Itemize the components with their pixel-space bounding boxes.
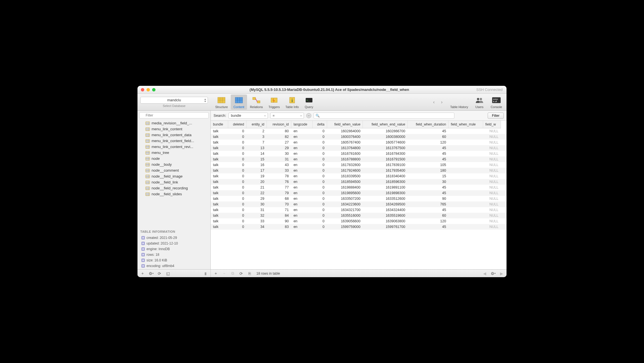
- table-cell[interactable]: 13: [247, 145, 267, 151]
- table-cell[interactable]: 7: [247, 140, 267, 145]
- table-cell[interactable]: en: [291, 196, 313, 201]
- nav-forward-button[interactable]: ›: [439, 99, 445, 105]
- table-cell[interactable]: en: [291, 224, 313, 230]
- filter-button[interactable]: Filter: [488, 113, 504, 119]
- column-header[interactable]: field_when_value: [327, 121, 363, 128]
- row-refresh-button[interactable]: ⟳: [237, 270, 245, 277]
- search-value-input[interactable]: [314, 113, 454, 119]
- table-cell[interactable]: 15: [408, 173, 448, 179]
- sidebar-table-item[interactable]: menu_tree: [137, 150, 210, 156]
- toolbar-users[interactable]: Users: [472, 95, 487, 110]
- table-cell[interactable]: talk: [211, 207, 228, 213]
- table-cell[interactable]: 1616791500: [363, 156, 408, 162]
- table-cell[interactable]: [448, 201, 483, 207]
- table-cell[interactable]: 0: [228, 134, 247, 140]
- table-cell[interactable]: 1600376400: [327, 134, 363, 140]
- table-cell[interactable]: 90: [267, 218, 291, 224]
- table-cell[interactable]: talk: [211, 179, 228, 185]
- table-cell[interactable]: 0: [313, 162, 327, 168]
- table-cell[interactable]: talk: [211, 168, 228, 173]
- page-gear-button[interactable]: ⚙▾: [489, 270, 497, 277]
- minimize-button[interactable]: [146, 88, 150, 91]
- table-cell[interactable]: 30: [408, 179, 448, 185]
- table-cell[interactable]: 2: [247, 128, 267, 134]
- table-cell[interactable]: [501, 128, 507, 134]
- table-cell[interactable]: talk: [211, 140, 228, 145]
- table-cell[interactable]: 32: [247, 213, 267, 218]
- table-cell[interactable]: 1634324400: [363, 207, 408, 213]
- table-cell[interactable]: 68: [267, 196, 291, 201]
- table-cell[interactable]: 77: [267, 185, 291, 190]
- table-cell[interactable]: 84: [267, 213, 291, 218]
- table-cell[interactable]: talk: [211, 151, 228, 156]
- table-cell[interactable]: 0: [228, 162, 247, 168]
- table-cell[interactable]: 45: [408, 156, 448, 162]
- sidebar-table-item[interactable]: menu_link_content_data: [137, 132, 210, 138]
- table-cell[interactable]: 1618596300: [363, 179, 408, 185]
- table-cell[interactable]: 0: [228, 151, 247, 156]
- toolbar-table-history[interactable]: Table History: [447, 95, 471, 110]
- sidebar-table-item[interactable]: menu_link_content: [137, 126, 210, 132]
- table-cell-null[interactable]: NULL: [483, 179, 501, 185]
- row-duplicate-button[interactable]: ⧉: [229, 270, 237, 277]
- table-cell-null[interactable]: NULL: [483, 128, 501, 134]
- table-cell[interactable]: 1635519600: [363, 213, 408, 218]
- table-cell[interactable]: 1599761700: [363, 224, 408, 230]
- table-cell[interactable]: talk: [211, 162, 228, 168]
- table-row[interactable]: talk02076en01618594500161859630030NULL: [211, 179, 507, 185]
- table-cell[interactable]: 1634223600: [327, 201, 363, 207]
- column-header[interactable]: bundle: [211, 121, 228, 128]
- table-cell[interactable]: [448, 185, 483, 190]
- table-cell[interactable]: [448, 168, 483, 173]
- table-cell[interactable]: 30: [247, 201, 267, 207]
- sidebar-table-item[interactable]: menu_link_content_field...: [137, 138, 210, 144]
- sidebar-table-item[interactable]: node: [137, 156, 210, 162]
- sidebar-table-item[interactable]: node__field_link: [137, 179, 210, 185]
- table-row[interactable]: talk02279en01619895600161989830045NULL: [211, 190, 507, 196]
- page-prev-button[interactable]: ◀: [481, 270, 488, 277]
- sidebar-table-item[interactable]: node__field_slides: [137, 191, 210, 197]
- table-cell[interactable]: talk: [211, 190, 228, 196]
- table-cell[interactable]: 0: [228, 190, 247, 196]
- table-cell[interactable]: 0: [313, 207, 327, 213]
- table-cell-null[interactable]: NULL: [483, 134, 501, 140]
- table-cell[interactable]: talk: [211, 224, 228, 230]
- table-cell[interactable]: 45: [408, 151, 448, 156]
- table-row[interactable]: talk03483en01599759000159976170045NULL: [211, 224, 507, 230]
- table-cell[interactable]: en: [291, 168, 313, 173]
- sidebar-table-item[interactable]: node__body: [137, 162, 210, 167]
- table-cell[interactable]: 33: [267, 168, 291, 173]
- tab-table-info[interactable]: Table Info: [283, 95, 302, 110]
- table-cell[interactable]: 0: [228, 185, 247, 190]
- table-cell[interactable]: 0: [313, 145, 327, 151]
- table-cell[interactable]: en: [291, 151, 313, 156]
- table-cell[interactable]: [501, 179, 507, 185]
- table-row[interactable]: talk03284en01635516000163551960060NULL: [211, 213, 507, 218]
- table-cell[interactable]: [501, 156, 507, 162]
- table-cell[interactable]: 20: [247, 179, 267, 185]
- table-cell[interactable]: talk: [211, 145, 228, 151]
- table-cell[interactable]: 105: [408, 162, 448, 168]
- table-cell[interactable]: 1619895600: [327, 190, 363, 196]
- table-scroll[interactable]: bundledeletedentity_idrevision_idlangcod…: [211, 121, 507, 269]
- sidebar-table-item[interactable]: node__field_image: [137, 173, 210, 179]
- table-cell[interactable]: 1639056600: [327, 218, 363, 224]
- table-cell[interactable]: 0: [228, 168, 247, 173]
- table-cell[interactable]: 60: [408, 134, 448, 140]
- table-row[interactable]: talk0382en01600376400160038000060NULL: [211, 134, 507, 140]
- table-cell[interactable]: [501, 213, 507, 218]
- table-cell[interactable]: 90: [408, 196, 448, 201]
- table-cell[interactable]: 0: [313, 140, 327, 145]
- table-cell[interactable]: 1605767400: [327, 140, 363, 145]
- table-cell[interactable]: [501, 218, 507, 224]
- table-cell[interactable]: 0: [228, 128, 247, 134]
- table-cell[interactable]: en: [291, 179, 313, 185]
- table-cell[interactable]: 1618339500: [327, 173, 363, 179]
- table-cell[interactable]: talk: [211, 185, 228, 190]
- table-cell[interactable]: 1639063800: [363, 218, 408, 224]
- maximize-button[interactable]: [152, 88, 156, 91]
- table-cell[interactable]: en: [291, 134, 313, 140]
- table-row[interactable]: talk01643en016178328001617839100105NULL: [211, 162, 507, 168]
- sidebar-table-item[interactable]: node__field_recording: [137, 185, 210, 191]
- table-cell[interactable]: talk: [211, 213, 228, 218]
